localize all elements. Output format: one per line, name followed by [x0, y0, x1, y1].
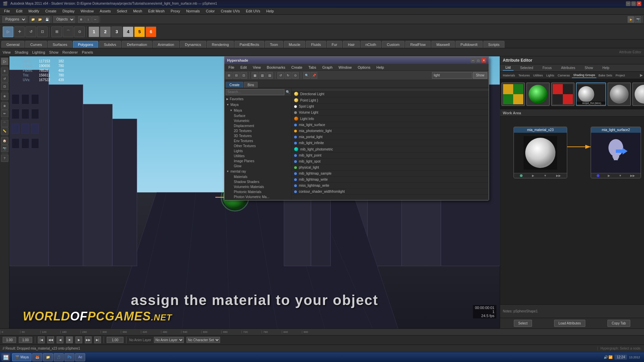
hs-menu-view[interactable]: View	[250, 65, 264, 70]
node-light-down[interactable]: ▼	[619, 174, 622, 177]
taskbar-photoshop[interactable]: Ps	[64, 353, 74, 361]
hs-menu-bookmarks[interactable]: Bookmarks	[264, 65, 288, 70]
display-3[interactable]: 3	[111, 26, 122, 37]
work-area[interactable]: mia_material_x23	[500, 117, 644, 304]
display-4[interactable]: 4	[123, 26, 133, 37]
tree-item-2d-textures[interactable]: 2D Textures	[224, 128, 291, 133]
maximize-button[interactable]: □	[631, 1, 636, 6]
ae-tab-help[interactable]: Help	[600, 65, 612, 70]
tab-muscle[interactable]: Muscle	[284, 41, 306, 48]
vt-panels[interactable]: Panels	[82, 50, 93, 54]
menu-display[interactable]: Display	[60, 8, 77, 14]
menu-assets[interactable]: Assets	[97, 8, 113, 14]
tree-item-glow[interactable]: Glow	[224, 164, 291, 169]
hs-tb-2[interactable]: ⊟	[233, 72, 240, 79]
menu-proxy[interactable]: Proxy	[168, 8, 183, 14]
tc-step-back[interactable]: ◀◀	[47, 337, 54, 343]
tree-item-utilities[interactable]: Utilities	[224, 154, 291, 159]
ae-tab-focus[interactable]: Focus	[540, 65, 554, 70]
shader-tab-shading-groups[interactable]: Shading Groups	[572, 73, 596, 78]
tool-scale[interactable]: ⊡	[1, 83, 8, 90]
tool-move[interactable]: ✛	[1, 67, 8, 75]
tool-curve[interactable]: ⌒	[1, 120, 8, 127]
hs-tb-4[interactable]: ▦	[252, 72, 258, 79]
shader-tab-utilities[interactable]: Utilities	[532, 73, 544, 78]
hs-tb-8[interactable]: ↻	[285, 72, 291, 79]
shader-thumb-6[interactable]	[632, 82, 644, 106]
tc-char-set-select[interactable]: No Character Set	[186, 337, 220, 343]
hs-menu-tabs[interactable]: Tabs	[306, 65, 319, 70]
shader-physical-light[interactable]: physical_light	[291, 165, 489, 171]
shader-spot-light[interactable]: Spot Light	[291, 104, 489, 110]
node-down-btn[interactable]: ▼	[544, 174, 547, 177]
tc-anim-layer-select[interactable]: No Anim Layer	[154, 337, 184, 343]
tree-header-maya[interactable]: ▼ Maya	[224, 102, 291, 108]
node-light-in-port[interactable]	[597, 174, 599, 177]
close-button[interactable]: ✕	[637, 1, 641, 6]
tree-item-other-textures[interactable]: Other Textures	[224, 143, 291, 148]
taskbar-maya[interactable]: 🎬 Maya	[12, 353, 32, 361]
tab-animation[interactable]: Animation	[153, 41, 179, 48]
tc-step-fwd[interactable]: ▶▶	[85, 337, 92, 343]
hs-tb-1[interactable]: ⊞	[226, 72, 232, 79]
tab-realflow[interactable]: RealFlow	[405, 41, 431, 48]
timeline-start-input[interactable]	[3, 337, 16, 343]
vt-view[interactable]: View	[3, 50, 11, 54]
tool-question[interactable]: ?	[1, 155, 8, 162]
hs-close[interactable]: ✕	[481, 58, 486, 63]
tab-subdvs[interactable]: Subdvs	[99, 41, 121, 48]
shader-thumb-2[interactable]	[526, 82, 550, 106]
ae-select-button[interactable]: Select	[514, 320, 532, 327]
hs-menu-help[interactable]: Help	[374, 65, 387, 70]
tree-item-photon-vol[interactable]: Photon Volumetric Ma...	[224, 194, 291, 199]
snap-curve[interactable]: ⌒	[63, 26, 73, 37]
hs-tb-6[interactable]: ▤	[266, 72, 273, 79]
tab-polygons[interactable]: Polygons	[73, 41, 98, 48]
shader-mib-infinite[interactable]: mib_light_infinite	[291, 140, 489, 146]
objects-dropdown[interactable]: Objects	[53, 16, 75, 23]
tb-transform3[interactable]: ↔	[92, 16, 99, 23]
menu-help[interactable]: Help	[264, 8, 277, 14]
timeline-end-input[interactable]	[19, 337, 32, 343]
shader-mib-lightmap-sample[interactable]: mib_lightmap_sample	[291, 171, 489, 177]
hs-max[interactable]: □	[476, 58, 481, 63]
tab-scripts[interactable]: Scripts	[483, 41, 505, 48]
tab-maxwell[interactable]: Maxwell	[431, 41, 455, 48]
tab-painteffects[interactable]: PaintEffects	[234, 41, 264, 48]
display-5[interactable]: 5	[134, 26, 145, 37]
tree-header-favorites[interactable]: ▶ Favorites	[224, 96, 291, 102]
hs-menu-window[interactable]: Window	[336, 65, 354, 70]
menu-file[interactable]: File	[1, 8, 13, 14]
shader-tab-scroll[interactable]: ▶	[640, 73, 643, 77]
shader-thumb-5[interactable]	[607, 82, 631, 106]
hs-tb-3[interactable]: ⊡	[240, 72, 247, 79]
taskbar-ae[interactable]: Ae	[75, 353, 85, 361]
hs-menu-options[interactable]: Options	[355, 65, 373, 70]
shader-mib-spot[interactable]: mib_light_spot	[291, 159, 489, 165]
tree-header-mentalray[interactable]: ▼ mental ray	[224, 169, 291, 174]
shader-directional-light[interactable]: Directional Light	[291, 91, 489, 97]
tree-item-shadow-shaders[interactable]: Shadow Shaders	[224, 179, 291, 184]
taskbar-media[interactable]: 🎵	[54, 353, 64, 361]
tab-toon[interactable]: Toon	[265, 41, 283, 48]
shader-volume-light[interactable]: Volume Light	[291, 110, 489, 116]
tab-deformation[interactable]: Deformation	[122, 41, 152, 48]
rotate-tool[interactable]: ↺	[25, 26, 36, 37]
hs-menu-file[interactable]: File	[226, 65, 237, 70]
tool-scene[interactable]: 🏠	[1, 137, 8, 144]
taskbar-explorer[interactable]: 📁	[43, 353, 53, 361]
tb-new[interactable]: 📁	[30, 16, 36, 23]
tool-select[interactable]: ▷	[1, 58, 8, 65]
tab-fur[interactable]: Fur	[327, 41, 342, 48]
hs-tree-search[interactable]	[226, 89, 284, 95]
node-out-port[interactable]	[520, 174, 523, 177]
ae-load-attributes-button[interactable]: Load Attributes	[554, 320, 585, 327]
vt-shading[interactable]: Shading	[15, 50, 28, 54]
tab-custom[interactable]: Custom	[382, 41, 405, 48]
snap-grid[interactable]: ⊞	[51, 26, 62, 37]
tc-frame-input[interactable]	[107, 337, 123, 343]
shader-mib-photometric[interactable]: mib_light_photometric	[291, 146, 489, 153]
shader-point-light[interactable]: Point Light }	[291, 97, 489, 104]
node-skip-btn[interactable]: ▶▶	[556, 174, 561, 177]
hs-tb-5[interactable]: ▥	[259, 72, 266, 79]
